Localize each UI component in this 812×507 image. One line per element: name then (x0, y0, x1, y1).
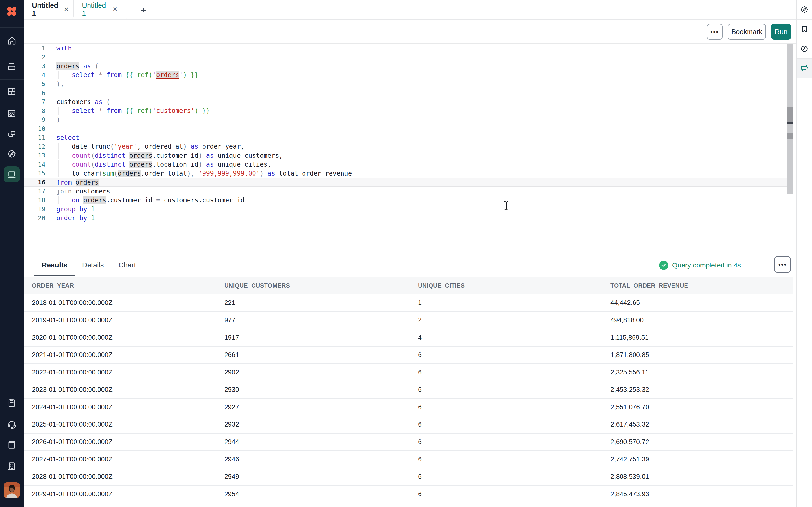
column-header[interactable]: ORDER_YEAR (32, 282, 224, 289)
code-line-9[interactable]: 9) (23, 115, 786, 124)
code-text: on orders.customer_id = customers.custom… (45, 196, 244, 204)
table-cell: 977 (224, 317, 418, 324)
tab-details[interactable]: Details (75, 254, 111, 276)
table-cell: 2930 (224, 386, 418, 394)
editor-scrollbar[interactable] (786, 44, 793, 194)
table-cell: 6 (418, 490, 610, 498)
tab-untitled-1[interactable]: Untitled 1 ✕ (23, 0, 73, 19)
compass-icon (800, 5, 809, 14)
more-options-button[interactable]: ••• (707, 24, 722, 40)
code-line-5[interactable]: 5), (23, 79, 786, 89)
sidebar-item-headset[interactable] (0, 415, 23, 433)
code-text: ), (45, 80, 64, 88)
sidebar-item-clipboard[interactable] (0, 394, 23, 412)
code-line-8[interactable]: 8 select * from {{ ref('customers') }} (23, 106, 786, 115)
sidebar-divider (0, 54, 23, 54)
table-cell: 494,818.00 (610, 317, 793, 324)
tab-close-icon[interactable]: ✕ (111, 5, 119, 14)
table-cell: 2661 (224, 351, 418, 359)
code-line-13[interactable]: 13 count(distinct orders.customer_id) as… (23, 151, 786, 160)
app-window: Untitled 1 ✕ Untitled 1 ✕ + ••• Bookmark… (0, 0, 812, 507)
panel-toggle-clock[interactable] (797, 39, 812, 59)
code-line-6[interactable]: 6 (23, 89, 786, 98)
code-line-3[interactable]: 3orders as ( (23, 61, 786, 70)
code-line-11[interactable]: 11select (23, 133, 786, 142)
table-body: 2018-01-01T00:00:00.000Z221144,442.65201… (23, 294, 793, 507)
column-header[interactable]: TOTAL_ORDER_REVENUE (610, 282, 793, 289)
code-line-17[interactable]: 17join customers (23, 187, 786, 196)
sidebar-item-book[interactable] (0, 436, 23, 454)
sidebar-item-laptop[interactable] (0, 166, 23, 183)
results-panel: Results Details Chart Query completed in… (23, 253, 796, 507)
left-sidebar (0, 0, 23, 507)
tab-close-icon[interactable]: ✕ (63, 5, 70, 14)
table-cell: 2 (418, 317, 610, 324)
run-button[interactable]: Run (771, 24, 791, 40)
code-line-4[interactable]: 4 select * from {{ ref('orders') }} (23, 70, 786, 79)
line-number: 17 (23, 188, 45, 195)
sidebar-item-code-window[interactable] (0, 105, 23, 122)
code-text: count(distinct orders.location_id) as un… (45, 161, 271, 168)
text-caret (99, 178, 99, 186)
table-cell: 2,551,076.70 (610, 403, 793, 411)
new-tab-button[interactable]: + (137, 3, 150, 17)
code-line-2[interactable]: 2 (23, 53, 786, 62)
table-cell: 2954 (224, 490, 418, 498)
code-line-14[interactable]: 14 count(distinct orders.location_id) as… (23, 160, 786, 169)
code-text: ) (45, 116, 60, 123)
code-line-19[interactable]: 19group by 1 (23, 205, 786, 214)
cursor-position-marker (786, 122, 793, 124)
sidebar-item-building[interactable] (0, 457, 23, 475)
headset-icon (7, 419, 17, 429)
table-cell: 2,325,556.11 (610, 369, 793, 376)
line-number: 15 (23, 170, 45, 177)
scrollbar-thumb[interactable] (786, 107, 793, 123)
table-cell: 2,453,253.32 (610, 386, 793, 394)
table-cell: 4 (418, 334, 610, 341)
sql-editor[interactable]: 1with23orders as (4 select * from {{ ref… (23, 44, 796, 253)
tab-chart[interactable]: Chart (111, 254, 143, 276)
table-cell: 1 (418, 299, 610, 307)
tab-results[interactable]: Results (34, 254, 75, 276)
tab-untitled-2[interactable]: Untitled 1 ✕ (73, 0, 128, 19)
bookmark-button[interactable]: Bookmark (728, 24, 766, 40)
sidebar-item-inbox[interactable] (0, 58, 23, 75)
sidebar-item-compass[interactable] (0, 145, 23, 163)
table-cell: 2026-01-01T00:00:00.000Z (32, 438, 224, 446)
table-cell: 44,442.65 (610, 299, 793, 307)
table-row: 2026-01-01T00:00:00.000Z294462,690,570.7… (23, 434, 793, 451)
table-cell: 2028-01-01T00:00:00.000Z (32, 473, 224, 481)
table-row: 2028-01-01T00:00:00.000Z294962,808,539.0… (23, 468, 793, 486)
table-cell: 2025-01-01T00:00:00.000Z (32, 421, 224, 429)
sidebar-item-windows[interactable] (0, 125, 23, 143)
line-number: 1 (23, 45, 45, 52)
code-line-16[interactable]: 16from orders (23, 178, 786, 187)
column-header[interactable]: UNIQUE_CUSTOMERS (224, 282, 418, 289)
line-number: 9 (23, 116, 45, 123)
panel-toggle-bookmark[interactable] (797, 19, 812, 39)
code-line-1[interactable]: 1with (23, 44, 786, 53)
column-header[interactable]: UNIQUE_CITIES (418, 282, 610, 289)
code-line-15[interactable]: 15 to_char(sum(orders.order_total), '999… (23, 169, 786, 178)
code-line-18[interactable]: 18 on orders.customer_id = customers.cus… (23, 196, 786, 205)
code-line-10[interactable]: 10 (23, 124, 786, 133)
table-cell: 2022-01-01T00:00:00.000Z (32, 369, 224, 376)
sidebar-item-layout[interactable] (0, 82, 23, 100)
results-more-button[interactable]: ••• (774, 256, 791, 273)
hex-logo[interactable] (0, 2, 23, 20)
table-cell: 2,742,751.39 (610, 456, 793, 463)
code-line-12[interactable]: 12 date_trunc('year', ordered_at) as ord… (23, 142, 786, 151)
code-line-20[interactable]: 20order by 1 (23, 214, 786, 223)
hex-logo-icon (5, 4, 19, 18)
cell-toolbar: ••• Bookmark Run (23, 20, 796, 44)
table-row: 2024-01-01T00:00:00.000Z292762,551,076.7… (23, 399, 793, 416)
table-cell: 2020-01-01T00:00:00.000Z (32, 334, 224, 341)
user-avatar[interactable] (4, 482, 20, 498)
code-line-7[interactable]: 7customers as ( (23, 97, 786, 106)
tab-bar: Untitled 1 ✕ Untitled 1 ✕ + (23, 0, 812, 19)
panel-toggle-ai-chat[interactable] (797, 59, 812, 78)
table-cell: 6 (418, 351, 610, 359)
panel-toggle-compass[interactable] (797, 0, 812, 19)
scrollbar-thumb[interactable] (786, 133, 793, 139)
sidebar-item-home[interactable] (0, 32, 23, 50)
